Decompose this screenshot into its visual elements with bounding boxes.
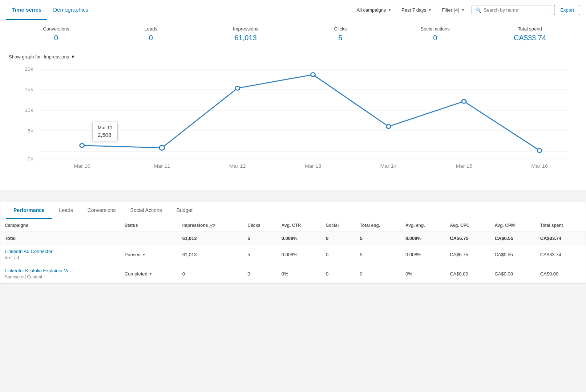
row1-social: 0 bbox=[322, 245, 355, 264]
col-impressions-label: Impressions bbox=[182, 223, 208, 228]
row1-status: Paused ▼ bbox=[120, 245, 178, 264]
table-row: LinkedIn: Klipfolio Explainer Vi... Spon… bbox=[0, 264, 586, 283]
row1-clicks: 5 bbox=[243, 245, 277, 264]
row1-campaign-link[interactable]: LinkedIn Ad Connector bbox=[5, 249, 116, 254]
svg-text:Mar 13: Mar 13 bbox=[305, 163, 322, 168]
total-spent: CA$33.74 bbox=[536, 232, 586, 245]
col-avg-cpm: Avg. CPM bbox=[490, 219, 536, 232]
table-tab-conversions[interactable]: Conversions bbox=[80, 202, 123, 219]
stat-leads: Leads 0 bbox=[104, 26, 198, 42]
svg-text:Mar 12: Mar 12 bbox=[229, 163, 246, 168]
stat-conversions: Conversions 0 bbox=[9, 26, 104, 42]
row1-status-button[interactable]: Paused ▼ bbox=[125, 252, 146, 257]
total-avg-cpc: CA$6.75 bbox=[445, 232, 490, 245]
stat-social-value: 0 bbox=[388, 34, 482, 42]
col-clicks: Clicks bbox=[243, 219, 277, 232]
col-social: Social bbox=[322, 219, 355, 232]
tab-time-series[interactable]: Time series bbox=[6, 0, 47, 20]
period-dropdown[interactable]: Past 7 days ▼ bbox=[398, 5, 435, 15]
graph-metric-label: Impressions bbox=[44, 54, 69, 60]
impressions-sort-icon: △▽ bbox=[209, 223, 215, 228]
col-impressions[interactable]: Impressions △▽ bbox=[178, 219, 243, 232]
row2-avg-eng: 0% bbox=[401, 264, 445, 283]
row1-total-eng: 5 bbox=[355, 245, 401, 264]
total-avg-cpm: CA$0.55 bbox=[490, 232, 536, 245]
show-graph-label: Show graph for bbox=[9, 54, 41, 60]
stat-conversions-label: Conversions bbox=[9, 26, 104, 32]
row2-status-label: Completed bbox=[125, 271, 147, 277]
svg-text:Mar 16: Mar 16 bbox=[531, 163, 548, 168]
svg-point-18 bbox=[80, 143, 84, 147]
table-tab-budget[interactable]: Budget bbox=[169, 202, 200, 219]
col-avg-ctr: Avg. CTR bbox=[277, 219, 322, 232]
campaigns-arrow-icon: ▼ bbox=[388, 8, 391, 12]
stat-spend-label: Total spend bbox=[482, 26, 577, 32]
table-row: LinkedIn Ad Connector text_ad Paused ▼ 6… bbox=[0, 245, 586, 264]
stat-total-spend: Total spend CA$33.74 bbox=[482, 26, 577, 42]
svg-text:Mar 10: Mar 10 bbox=[74, 163, 90, 168]
col-total-eng: Total eng. bbox=[355, 219, 401, 232]
svg-text:Mar 11: Mar 11 bbox=[154, 163, 170, 168]
row1-avg-cpm: CA$0.55 bbox=[490, 245, 536, 264]
svg-text:Mar 14: Mar 14 bbox=[380, 163, 397, 168]
svg-text:15k: 15k bbox=[25, 87, 33, 92]
line-chart: 20k 15k 10k 5k 0k Mar 10 Mar 11 Mar 12 M… bbox=[9, 65, 577, 181]
stat-impressions-value: 61,013 bbox=[198, 34, 293, 42]
filter-label: Filter (4) bbox=[442, 7, 459, 13]
stat-conversions-value: 0 bbox=[9, 34, 104, 42]
filter-dropdown[interactable]: Filter (4) ▼ bbox=[438, 5, 468, 15]
campaigns-dropdown[interactable]: All campaigns ▼ bbox=[353, 5, 395, 15]
stats-section: Conversions 0 Leads 0 Impressions 61,013… bbox=[0, 20, 586, 48]
svg-text:0k: 0k bbox=[28, 156, 33, 162]
campaigns-label: All campaigns bbox=[356, 7, 386, 13]
total-avg-ctr: 0.008% bbox=[277, 232, 322, 245]
total-eng: 5 bbox=[355, 232, 401, 245]
row1-avg-cpc: CA$6.75 bbox=[445, 245, 490, 264]
col-campaigns: Campaigns bbox=[0, 219, 120, 232]
row1-impressions: 61,013 bbox=[178, 245, 243, 264]
table-tab-performance[interactable]: Performance bbox=[6, 202, 52, 219]
total-social: 0 bbox=[322, 232, 355, 245]
total-status bbox=[120, 232, 178, 245]
row2-campaign-link[interactable]: LinkedIn: Klipfolio Explainer Vi... bbox=[5, 268, 116, 273]
export-button[interactable]: Export bbox=[554, 5, 580, 15]
stat-clicks-value: 5 bbox=[293, 34, 388, 42]
graph-metric-dropdown[interactable]: Impressions ▼ bbox=[44, 54, 75, 60]
stat-clicks-label: Clicks bbox=[293, 26, 388, 32]
svg-text:10k: 10k bbox=[25, 108, 33, 113]
stat-impressions-label: Impressions bbox=[198, 26, 293, 32]
row1-campaign-type: text_ad bbox=[5, 255, 19, 260]
search-box: 🔍 bbox=[471, 5, 551, 15]
stat-leads-value: 0 bbox=[104, 34, 198, 42]
row1-campaign: LinkedIn Ad Connector text_ad bbox=[0, 245, 120, 264]
row2-total-eng: 0 bbox=[355, 264, 401, 283]
row1-avg-eng: 0.008% bbox=[401, 245, 445, 264]
svg-point-24 bbox=[537, 148, 542, 152]
stat-impressions: Impressions 61,013 bbox=[198, 26, 293, 42]
tab-demographics[interactable]: Demographics bbox=[47, 0, 94, 20]
stat-social-label: Social actions bbox=[388, 26, 482, 32]
svg-point-21 bbox=[311, 73, 315, 77]
stat-spend-value: CA$33.74 bbox=[482, 34, 577, 42]
search-input[interactable] bbox=[484, 7, 547, 13]
col-total-spent: Total spent bbox=[536, 219, 586, 232]
row1-total-spent: CA$33.74 bbox=[536, 245, 586, 264]
nav-controls: All campaigns ▼ Past 7 days ▼ Filter (4)… bbox=[353, 5, 580, 15]
top-navigation: Time series Demographics All campaigns ▼… bbox=[0, 0, 586, 20]
table-tab-social-actions[interactable]: Social Actions bbox=[123, 202, 169, 219]
stat-leads-label: Leads bbox=[104, 26, 198, 32]
period-label: Past 7 days bbox=[401, 7, 426, 13]
svg-text:5k: 5k bbox=[28, 128, 33, 133]
campaigns-table: Campaigns Status Impressions △▽ Clicks A… bbox=[0, 219, 586, 283]
row2-impressions: 0 bbox=[178, 264, 243, 283]
svg-point-19 bbox=[159, 146, 165, 150]
search-icon: 🔍 bbox=[475, 7, 481, 13]
row2-status-arrow-icon: ▼ bbox=[149, 272, 153, 276]
table-tab-leads[interactable]: Leads bbox=[52, 202, 80, 219]
row2-status-button[interactable]: Completed ▼ bbox=[125, 271, 153, 277]
svg-point-23 bbox=[462, 99, 466, 103]
table-tabs: Performance Leads Conversions Social Act… bbox=[0, 202, 586, 219]
svg-point-20 bbox=[235, 86, 240, 90]
row2-status: Completed ▼ bbox=[120, 264, 178, 283]
section-spacer bbox=[0, 190, 586, 196]
